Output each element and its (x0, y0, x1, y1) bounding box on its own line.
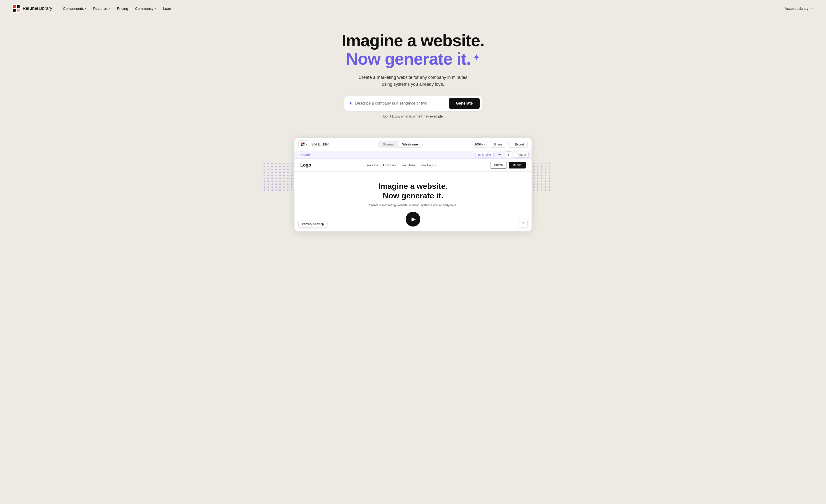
shuffle-button[interactable]: ⇄ Shuffle (475, 152, 493, 158)
logo-text: RelumeLibrary (22, 6, 52, 11)
nav-features[interactable]: Features ▾ (90, 4, 113, 12)
preview-toolbar: ▾ Site Builder Sitemap Wireframe 100% ▾ … (294, 138, 532, 151)
chevron-down-icon: ▾ (109, 7, 110, 10)
toolbar-right: 100% ▾ Share ↑ Export (472, 141, 528, 148)
wireframe-play-button[interactable]: ▶ (406, 212, 420, 227)
primary-sitemap-badge: Primary Sitemap (298, 220, 328, 228)
export-button[interactable]: ↑ Export (508, 141, 528, 148)
toolbar-logo-button[interactable]: ▾ (298, 140, 309, 148)
add-page-button[interactable]: + (519, 219, 528, 228)
svg-rect-3 (17, 5, 19, 8)
try-example-row: Don't know what to write? Try example (383, 114, 442, 118)
search-sparkle-icon: ✦ (348, 100, 353, 107)
sparkle-icon: ✦ (473, 52, 480, 63)
chevron-down-icon: ▾ (85, 7, 86, 10)
hero-title-row2: Now generate it. ✦ (346, 50, 480, 68)
home-tab[interactable]: Home (297, 151, 314, 159)
relume-logo-icon (12, 4, 20, 13)
nav-left: RelumeLibrary Components ▾ Features ▾ Pr… (12, 4, 175, 13)
logo-relume: Relume (22, 6, 39, 11)
wireframe-content: Logo Link One Link Two Link Three Link F… (294, 159, 532, 232)
toolbar-center: Sitemap Wireframe (378, 140, 422, 148)
upload-icon: ↑ (512, 142, 514, 146)
nav-components[interactable]: Components ▾ (60, 4, 89, 12)
chevron-down-icon: ▾ (306, 143, 307, 146)
arrow-right-icon: → (811, 6, 814, 10)
wireframe-view-btn[interactable]: Wireframe (398, 141, 422, 147)
svg-rect-2 (13, 5, 16, 8)
wireframe-link1: Link One (365, 163, 378, 167)
svg-rect-5 (17, 9, 19, 12)
try-example-link[interactable]: Try example (424, 114, 443, 118)
wireframe-link4: Link Four ▾ (420, 163, 435, 167)
wireframe-hero-subtitle: Create a marketing website in using syst… (364, 203, 462, 207)
chevron-down-icon: ▾ (483, 143, 485, 146)
svg-rect-4 (13, 9, 16, 12)
zoom-button[interactable]: 100% ▾ (472, 141, 487, 148)
chevron-down-icon: ▾ (155, 7, 156, 10)
wireframe-link2: Link Two (383, 163, 396, 167)
wireframe-buttons: Button Button (490, 162, 526, 169)
wireframe-link3: Link Three (401, 163, 415, 167)
wireframe-links: Link One Link Two Link Three Link Four ▾ (365, 163, 436, 167)
preview-tabs-bar: Home ⇄ Shuffle ••• + Page 2 (294, 151, 532, 159)
share-button[interactable]: Share (490, 141, 506, 148)
toolbar-left: ▾ Site Builder (298, 140, 329, 148)
sitemap-view-btn[interactable]: Sitemap (379, 141, 399, 147)
svg-rect-10 (303, 144, 304, 146)
generate-button[interactable]: Generate (449, 98, 480, 109)
page-2-button[interactable]: Page 2 (514, 152, 529, 158)
navbar: RelumeLibrary Components ▾ Features ▾ Pr… (0, 0, 826, 17)
add-section-button[interactable]: + (505, 151, 512, 158)
hero-subtitle: Create a marketing website for any compa… (359, 74, 467, 88)
wireframe-btn-filled[interactable]: Button (509, 162, 526, 169)
wireframe-hero: Imagine a website. Now generate it. Crea… (294, 172, 532, 232)
hero-title-line1: Imagine a website. (342, 32, 484, 50)
nav-pricing[interactable]: Pricing (114, 4, 131, 12)
hero-section: Imagine a website. Now generate it. ✦ Cr… (0, 17, 826, 128)
shuffle-icon: ⇄ (478, 153, 481, 156)
search-bar: ✦ Generate (344, 96, 482, 111)
wireframe-hero-title: Imagine a website. Now generate it. (299, 182, 527, 200)
more-options-icon[interactable]: ••• (495, 152, 503, 158)
nav-links: Components ▾ Features ▾ Pricing Communit… (60, 4, 175, 12)
access-library-button[interactable]: Access Library → (785, 6, 814, 10)
wireframe-nav: Logo Link One Link Two Link Three Link F… (294, 159, 532, 172)
site-builder-label: Site Builder (311, 142, 329, 146)
svg-rect-8 (303, 142, 304, 144)
logo[interactable]: RelumeLibrary (12, 4, 52, 13)
tabs-right: ⇄ Shuffle ••• + Page 2 (475, 151, 529, 158)
chevron-down-icon: ▾ (434, 164, 436, 167)
nav-learn[interactable]: Learn (160, 4, 175, 12)
svg-rect-7 (301, 142, 302, 144)
logo-library: Library (39, 6, 52, 11)
view-toggle: Sitemap Wireframe (378, 140, 422, 148)
nav-community[interactable]: Community ▾ (132, 4, 159, 12)
wireframe-logo: Logo (300, 163, 311, 168)
toolbar-logo-icon (301, 142, 305, 146)
svg-rect-9 (301, 144, 302, 146)
search-input[interactable] (355, 101, 449, 106)
hero-title-line2: Now generate it. (346, 50, 471, 68)
wireframe-btn-outline[interactable]: Button (490, 162, 507, 169)
preview-frame: ▾ Site Builder Sitemap Wireframe 100% ▾ … (294, 138, 532, 232)
play-icon: ▶ (412, 216, 416, 223)
